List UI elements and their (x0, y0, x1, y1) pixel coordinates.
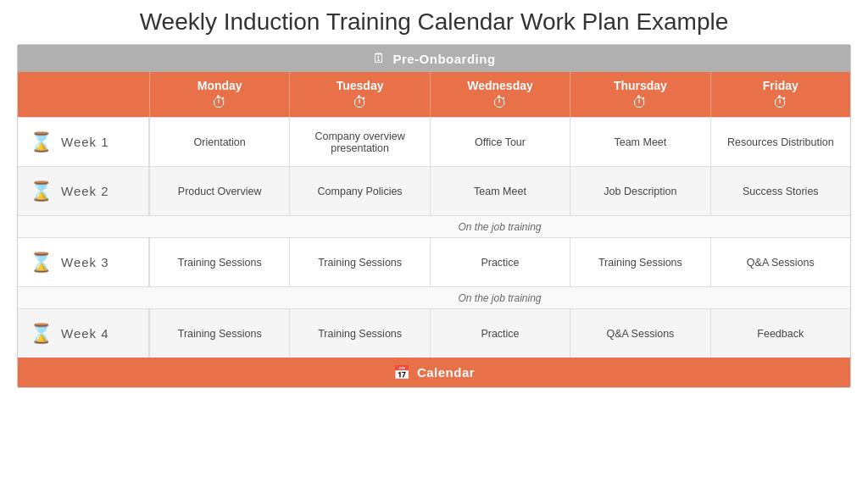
week-1-hourglass-icon: ⌛ (30, 131, 53, 153)
week-1-friday: Resources Distribution (710, 118, 850, 166)
week-4-tuesday: Training Sessions (289, 309, 429, 358)
footer-banner: 📅 Calendar (18, 358, 850, 387)
header-wednesday: Wednesday ⏱ (430, 72, 570, 117)
on-the-job-label-1: On the job training (149, 216, 850, 237)
week-2-row: ⌛ Week 2 Product Overview Company Polici… (18, 166, 850, 215)
on-the-job-label-2: On the job training (149, 287, 850, 308)
wednesday-icon: ⏱ (434, 94, 566, 112)
week-1-label-cell: ⌛ Week 1 (18, 118, 149, 166)
week-3-row: ⌛ Week 3 Training Sessions Training Sess… (18, 237, 850, 286)
separator-row-1: On the job training (18, 215, 850, 237)
week-3-wednesday: Practice (430, 238, 570, 286)
header-monday: Monday ⏱ (149, 72, 289, 117)
header-friday: Friday ⏱ (710, 72, 850, 117)
week-1-wednesday: Office Tour (430, 118, 570, 166)
week-4-hourglass-icon: ⌛ (30, 323, 53, 345)
week-2-hourglass-icon: ⌛ (30, 180, 53, 202)
week-4-row: ⌛ Week 4 Training Sessions Training Sess… (18, 308, 850, 358)
page-title: Weekly Induction Training Calendar Work … (17, 8, 851, 36)
separator-row-2: On the job training (18, 286, 850, 308)
separator-empty-2 (18, 287, 149, 308)
week-2-friday: Success Stories (710, 167, 850, 215)
week-4-wednesday: Practice (430, 309, 570, 358)
week-1-monday: Orientation (149, 118, 289, 166)
week-3-friday: Q&A Sessions (710, 238, 850, 286)
week-2-label: Week 2 (61, 184, 109, 198)
banner-calendar-icon: 🗓 (372, 51, 386, 66)
thursday-icon: ⏱ (574, 94, 706, 112)
week-2-label-cell: ⌛ Week 2 (18, 167, 149, 215)
week-4-thursday: Q&A Sessions (570, 309, 709, 358)
week-4-friday: Feedback (710, 309, 850, 358)
week-2-wednesday: Team Meet (430, 167, 570, 215)
week-2-tuesday: Company Policies (289, 167, 429, 215)
pre-onboarding-banner: 🗓 Pre-Onboarding (18, 45, 850, 72)
week-2-monday: Product Overview (149, 167, 289, 215)
header-empty-cell (18, 72, 149, 117)
week-3-thursday: Training Sessions (570, 238, 709, 286)
friday-icon: ⏱ (715, 94, 847, 112)
week-3-tuesday: Training Sessions (289, 238, 429, 286)
week-3-monday: Training Sessions (149, 238, 289, 286)
week-1-row: ⌛ Week 1 Orientation Company overview pr… (18, 117, 850, 166)
tuesday-icon: ⏱ (293, 94, 426, 112)
header-tuesday: Tuesday ⏱ (289, 72, 429, 117)
footer-label: Calendar (417, 365, 475, 380)
header-thursday: Thursday ⏱ (570, 72, 709, 117)
week-3-hourglass-icon: ⌛ (30, 252, 53, 274)
week-3-label-cell: ⌛ Week 3 (18, 238, 149, 286)
week-1-label: Week 1 (61, 135, 109, 149)
week-2-thursday: Job Description (570, 167, 709, 215)
separator-empty (18, 216, 149, 237)
pre-onboarding-label: Pre-Onboarding (392, 52, 495, 66)
monday-icon: ⏱ (153, 94, 286, 112)
footer-calendar-icon: 📅 (393, 364, 410, 380)
week-4-label-cell: ⌛ Week 4 (18, 309, 149, 358)
week-1-thursday: Team Meet (570, 118, 709, 166)
week-4-monday: Training Sessions (149, 309, 289, 358)
calendar-table: 🗓 Pre-Onboarding Monday ⏱ Tuesday ⏱ Wedn… (17, 44, 851, 388)
week-1-tuesday: Company overview presentation (289, 118, 429, 166)
header-row: Monday ⏱ Tuesday ⏱ Wednesday ⏱ Thursday … (18, 72, 850, 117)
week-4-label: Week 4 (61, 326, 109, 341)
week-3-label: Week 3 (61, 255, 109, 269)
